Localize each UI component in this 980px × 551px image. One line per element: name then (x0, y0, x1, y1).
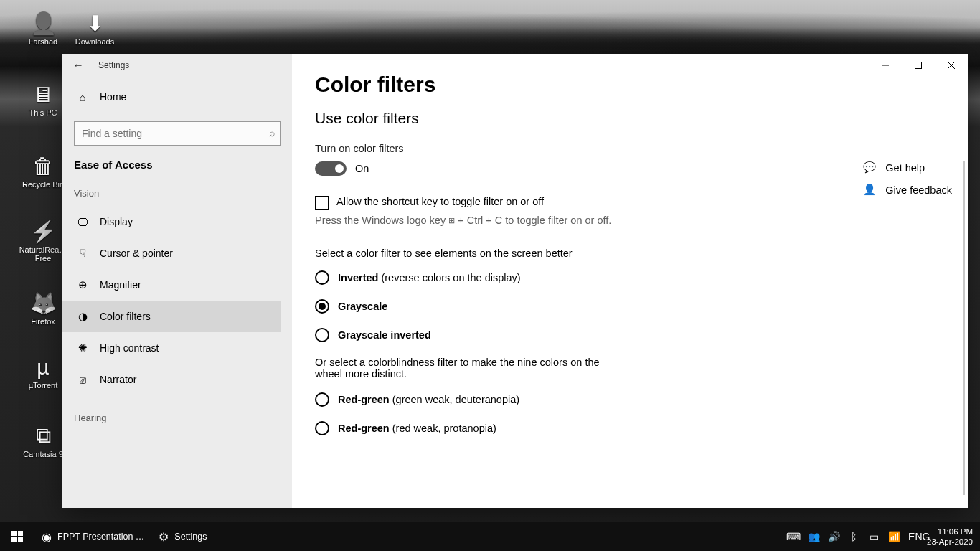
back-button[interactable]: ← (62, 59, 94, 72)
svg-rect-6 (11, 537, 17, 542)
radio-grayscale[interactable] (315, 299, 329, 314)
radio-inverted[interactable] (315, 270, 329, 285)
desktop-icon-farshad[interactable]: 👤Farshad (14, 11, 72, 46)
settings-window: ← Settings ⌂ Home ⌕ Ease of Access Visio… (62, 54, 968, 508)
nav-home-label: Home (100, 91, 126, 103)
feedback-icon: 👤 (861, 184, 878, 196)
radio-grayscale-inv[interactable] (315, 328, 329, 342)
get-help-label: Get help (885, 162, 925, 174)
tray-people-icon[interactable]: 👥 (804, 531, 824, 542)
chrome-icon: ◉ (42, 530, 52, 544)
maximize-button[interactable] (902, 54, 935, 77)
search-input[interactable] (74, 121, 281, 146)
svg-rect-5 (18, 531, 23, 536)
app-title: Settings (98, 60, 129, 70)
settings-content: Color filters Use color filters Turn on … (292, 54, 968, 508)
tray-keyboard-icon[interactable]: ⌨ (783, 531, 804, 542)
radio-prot[interactable] (315, 421, 329, 435)
windows-key-icon: ⊞ (448, 216, 455, 225)
shortcut-checkbox[interactable] (315, 196, 329, 210)
help-icon: 💬 (861, 161, 878, 174)
filter-prot[interactable]: Red-green (red weak, protanopia) (315, 421, 945, 435)
filter-inverted[interactable]: Inverted (reverse colors on the display) (315, 270, 945, 285)
colorblind-note: Or select a colorblindness filter to mak… (315, 357, 616, 380)
page-title: Color filters (315, 72, 945, 97)
nav-cursor[interactable]: ☟Cursor & pointer (62, 237, 281, 269)
category-title: Ease of Access (74, 159, 281, 171)
narrator-icon: ⎚ (74, 374, 91, 386)
scrollbar[interactable] (963, 161, 965, 495)
svg-rect-4 (11, 531, 17, 536)
get-help-link[interactable]: 💬 Get help (861, 161, 952, 174)
section-hearing: Hearing (74, 413, 281, 423)
give-feedback-label: Give feedback (885, 184, 952, 196)
nav-magnifier[interactable]: ⊕Magnifier (62, 269, 281, 301)
svg-rect-1 (915, 62, 922, 69)
farshad-icon: 👤 (14, 11, 72, 36)
toggle-state: On (355, 163, 369, 174)
tray-battery-icon[interactable]: ▭ (864, 531, 884, 542)
close-button[interactable] (935, 54, 968, 77)
settings-sidebar: ← Settings ⌂ Home ⌕ Ease of Access Visio… (62, 54, 292, 508)
taskbar-chrome[interactable]: ◉FPPT Presentation … (34, 522, 151, 551)
nav-color-filters[interactable]: ◑Color filters (62, 301, 281, 332)
search-icon: ⌕ (269, 127, 275, 138)
filter-deuter[interactable]: Red-green (green weak, deuteranopia) (315, 392, 945, 407)
taskbar-clock[interactable]: 11:06 PM 23-Apr-2020 (924, 527, 980, 547)
filter-select-label: Select a color filter to see elements on… (315, 248, 945, 259)
system-tray: ⌨ 👥 🔊 ᛒ ▭ 📶 ENG 11:06 PM 23-Apr-2020 (783, 522, 980, 551)
taskbar-settings[interactable]: ⚙Settings (151, 522, 214, 551)
section-vision: Vision (74, 188, 281, 199)
radio-deuter[interactable] (315, 392, 329, 407)
downloads-icon: ⬇ (66, 11, 123, 36)
svg-rect-7 (18, 537, 23, 542)
nav-high-contrast[interactable]: ✺High contrast (62, 332, 281, 364)
tray-bluetooth-icon[interactable]: ᛒ (844, 531, 864, 542)
filter-grayscale-inv[interactable]: Grayscale inverted (315, 328, 945, 342)
start-button[interactable] (0, 522, 34, 551)
desktop-icon-downloads[interactable]: ⬇Downloads (66, 11, 123, 46)
taskbar: ◉FPPT Presentation …⚙Settings ⌨ 👥 🔊 ᛒ ▭ … (0, 522, 980, 551)
search-box[interactable]: ⌕ (74, 121, 281, 146)
magnifier-icon: ⊕ (74, 278, 91, 291)
display-icon: 🖵 (74, 216, 91, 228)
nav-home[interactable]: ⌂ Home (74, 81, 281, 113)
high-contrast-icon: ✺ (74, 342, 91, 354)
tray-volume-icon[interactable]: 🔊 (824, 531, 844, 542)
tray-language[interactable]: ENG (904, 531, 924, 542)
cursor-icon: ☟ (74, 247, 91, 260)
shortcut-hint: Press the Windows logo key ⊞ + Ctrl + C … (315, 215, 945, 226)
page-subtitle: Use color filters (315, 110, 945, 127)
shortcut-checkbox-label: Allow the shortcut key to toggle filter … (336, 196, 544, 207)
settings-icon: ⚙ (159, 530, 169, 544)
minimize-button[interactable] (869, 54, 902, 77)
color-filters-icon: ◑ (74, 310, 91, 323)
tray-wifi-icon[interactable]: 📶 (884, 531, 904, 542)
color-filters-toggle[interactable] (315, 161, 347, 176)
toggle-label: Turn on color filters (315, 143, 945, 154)
filter-grayscale[interactable]: Grayscale (315, 299, 945, 314)
nav-display[interactable]: 🖵Display (62, 206, 281, 237)
give-feedback-link[interactable]: 👤 Give feedback (861, 184, 952, 196)
home-icon: ⌂ (74, 91, 91, 103)
nav-narrator[interactable]: ⎚Narrator (62, 364, 281, 395)
